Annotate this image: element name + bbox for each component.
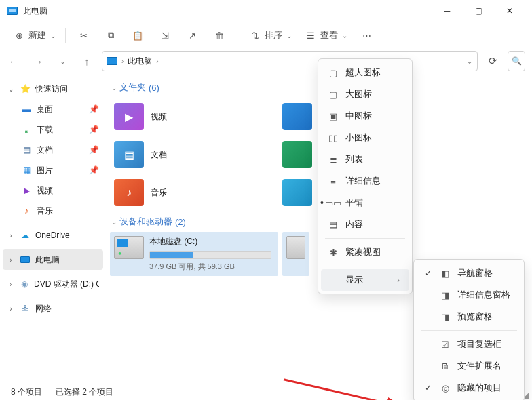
view-option-tiles[interactable]: ▭▭平铺 <box>321 192 409 214</box>
dd-label: 显示 <box>345 274 363 286</box>
rename-button[interactable]: ⇲ <box>153 24 177 46</box>
refresh-button[interactable]: ⟳ <box>483 52 502 71</box>
file-ext-icon: 🗎 <box>440 361 451 372</box>
back-button[interactable]: ← <box>4 52 23 71</box>
sidebar-item-onedrive[interactable]: ›☁OneDrive <box>3 225 103 245</box>
show-option-checkboxes[interactable]: ☑项目复选框 <box>417 334 521 355</box>
show-option-hidden[interactable]: ✓◎隐藏的项目 <box>417 377 521 399</box>
sidebar-item-label: 文档 <box>37 144 53 156</box>
show-option-nav-pane[interactable]: ✓◧导航窗格 <box>417 262 521 284</box>
desktop-icon: ▬ <box>20 104 33 115</box>
svg-point-1 <box>119 252 121 255</box>
sidebar-item-dvd[interactable]: ›◉DVD 驱动器 (D:) CP <box>3 274 103 294</box>
download-icon: ⭳ <box>20 124 33 135</box>
breadcrumb[interactable]: 此电脑 <box>128 56 152 67</box>
sidebar-item-videos[interactable]: ▶视频 <box>16 180 103 201</box>
view-option-compact[interactable]: ✱紧凑视图 <box>321 241 409 263</box>
folder-item-documents[interactable]: ▤文档 <box>110 136 278 174</box>
share-button[interactable]: ↗ <box>180 24 204 46</box>
show-option-extensions[interactable]: 🗎文件扩展名 <box>417 355 521 377</box>
folder-item-videos[interactable]: ▶视频 <box>110 98 278 136</box>
view-show-submenu[interactable]: 显示› <box>321 269 409 291</box>
chevron-right-icon[interactable]: › <box>7 256 15 264</box>
chevron-down-icon[interactable]: ⌄ <box>466 56 473 66</box>
sidebar-item-documents[interactable]: ▤文档📌 <box>16 140 103 160</box>
dd-label: 超大图标 <box>345 66 381 79</box>
sort-button[interactable]: ⇅ 排序 ⌄ <box>243 24 296 46</box>
copy-button[interactable]: ⧉ <box>98 24 123 46</box>
minimize-button[interactable]: ─ <box>432 0 463 22</box>
sort-label: 排序 <box>265 29 282 41</box>
this-pc-icon <box>107 57 117 65</box>
chevron-right-icon[interactable]: › <box>7 305 15 313</box>
show-option-preview-pane[interactable]: ◨预览窗格 <box>417 306 521 327</box>
more-button[interactable]: ⋯ <box>354 24 379 46</box>
folder-icon <box>282 141 312 168</box>
window-title: 此电脑 <box>23 5 48 17</box>
paste-button[interactable]: 📋 <box>126 24 150 46</box>
sidebar-item-label: 下载 <box>37 124 53 136</box>
sidebar-item-music[interactable]: ♪音乐 <box>16 201 103 221</box>
view-option-medium[interactable]: ▣中图标 <box>321 105 409 127</box>
dd-label: 预览窗格 <box>457 311 493 323</box>
menu-separator <box>325 266 405 266</box>
quick-access-children: ▬桌面📌 ⭳下载📌 ▤文档📌 ▦图片📌 ▶视频 ♪音乐 <box>16 99 103 221</box>
view-button[interactable]: ☰ 查看 ⌄ <box>299 24 352 46</box>
dd-label: 项目复选框 <box>457 338 501 351</box>
address-bar[interactable]: › 此电脑 › ⌄ <box>102 51 478 71</box>
sidebar-item-pictures[interactable]: ▦图片📌 <box>16 160 103 180</box>
dd-label: 平铺 <box>345 197 363 209</box>
content-icon: ▤ <box>328 220 339 230</box>
sidebar-item-quick-access[interactable]: ⌄ ⭐ 快速访问 <box>3 79 103 99</box>
pin-icon: 📌 <box>89 125 99 134</box>
plus-icon: ⊕ <box>14 30 24 41</box>
titlebar: 此电脑 ─ ▢ ✕ <box>0 0 532 22</box>
recent-button[interactable]: ⌄ <box>53 52 72 71</box>
details-icon: ≡ <box>328 176 339 186</box>
divider <box>65 28 66 43</box>
view-option-details[interactable]: ≡详细信息 <box>321 170 409 192</box>
dvd-icon: ◉ <box>18 279 30 289</box>
close-button[interactable]: ✕ <box>494 0 525 22</box>
up-button[interactable]: ↑ <box>77 52 96 71</box>
view-option-large[interactable]: ▢大图标 <box>321 83 409 105</box>
chevron-right-icon[interactable]: › <box>7 232 15 239</box>
chevron-down-icon[interactable]: ⌄ <box>7 85 15 93</box>
picture-icon: ▦ <box>20 165 33 176</box>
rename-icon: ⇲ <box>159 30 170 41</box>
sidebar-item-network[interactable]: ›🖧网络 <box>3 298 103 319</box>
details-pane-icon: ◨ <box>440 290 451 300</box>
cloud-icon: ☁ <box>19 230 31 241</box>
sidebar-item-downloads[interactable]: ⭳下载📌 <box>16 119 103 140</box>
group-label: 文件夹 <box>119 81 146 94</box>
view-option-list[interactable]: ≣列表 <box>321 148 409 170</box>
sidebar-item-this-pc[interactable]: ›此电脑 <box>3 249 103 270</box>
chevron-right-icon: › <box>156 58 158 65</box>
dd-label: 紧凑视图 <box>345 246 381 258</box>
show-option-details-pane[interactable]: ◨详细信息窗格 <box>417 284 521 306</box>
chevron-down-icon[interactable]: ⌄ <box>111 84 117 92</box>
maximize-button[interactable]: ▢ <box>463 0 494 22</box>
status-items: 8 个项目 <box>11 386 42 398</box>
chevron-down-icon[interactable]: ⌄ <box>111 218 117 226</box>
view-option-content[interactable]: ▤内容 <box>321 214 409 235</box>
drive-item-hidden[interactable] <box>282 232 309 276</box>
delete-icon: 🗑 <box>214 30 225 41</box>
folder-label: 音乐 <box>151 187 167 199</box>
chevron-right-icon[interactable]: › <box>7 281 14 288</box>
dd-label: 导航窗格 <box>457 267 493 279</box>
forward-button[interactable]: → <box>28 52 48 71</box>
check-icon: ✓ <box>423 383 433 393</box>
cut-button[interactable]: ✂ <box>71 24 96 46</box>
delete-button[interactable]: 🗑 <box>207 24 231 46</box>
search-button[interactable]: 🔍 <box>508 51 525 71</box>
drive-item-c[interactable]: 本地磁盘 (C:) 37.9 GB 可用, 共 59.3 GB <box>110 232 278 276</box>
view-option-small[interactable]: ▯▯小图标 <box>321 127 409 148</box>
folder-item-music[interactable]: ♪音乐 <box>110 174 278 212</box>
view-option-extra-large[interactable]: ▢超大图标 <box>321 62 409 83</box>
sidebar-item-label: 图片 <box>37 165 53 176</box>
folder-label: 文档 <box>151 149 167 161</box>
view-label: 查看 <box>320 29 338 41</box>
new-button[interactable]: ⊕ 新建 ⌄ <box>7 24 60 46</box>
sidebar-item-desktop[interactable]: ▬桌面📌 <box>16 99 103 119</box>
